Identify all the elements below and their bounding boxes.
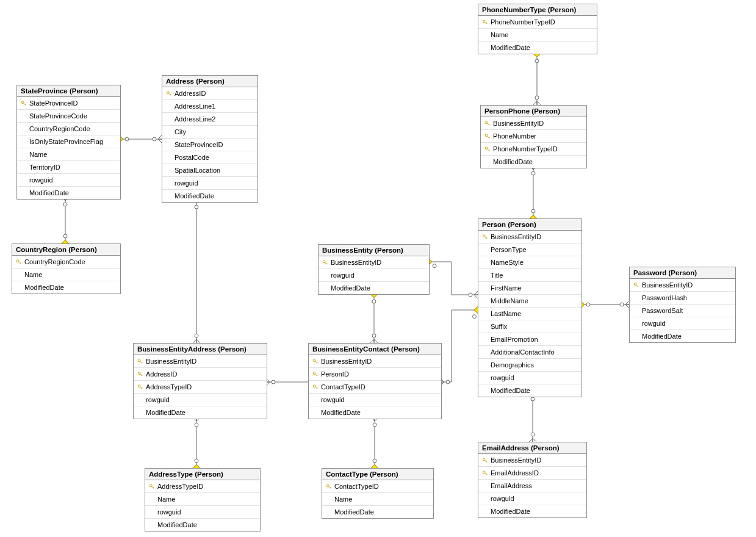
column-row[interactable]: ModifiedDate (162, 190, 257, 202)
column-row[interactable]: rowguid (309, 394, 441, 406)
column-row[interactable]: BusinessEntityID (478, 231, 581, 243)
entity-BusinessEntityAddress[interactable]: BusinessEntityAddress (Person)BusinessEn… (133, 343, 267, 419)
svg-point-36 (138, 359, 140, 362)
column-row[interactable]: BusinessEntityID (478, 454, 586, 467)
column-row[interactable]: ContactTypeID (309, 381, 441, 394)
svg-point-34 (483, 235, 485, 237)
column-row[interactable]: CountryRegionCode (12, 256, 120, 268)
entity-header[interactable]: StateProvince (Person) (17, 85, 120, 97)
entity-header[interactable]: BusinessEntityContact (Person) (309, 344, 441, 355)
entity-header[interactable]: CountryRegion (Person) (12, 244, 120, 256)
column-row[interactable]: StateProvinceCode (17, 110, 120, 123)
column-row[interactable]: MiddleName (478, 295, 581, 308)
column-row[interactable]: PasswordHash (630, 292, 735, 305)
column-row[interactable]: AddressTypeID (145, 480, 260, 493)
column-row[interactable]: AddressID (134, 368, 267, 381)
column-row[interactable]: StateProvinceID (162, 139, 257, 151)
entity-StateProvince[interactable]: StateProvince (Person)StateProvinceIDSta… (16, 85, 121, 200)
entity-header[interactable]: AddressType (Person) (145, 469, 260, 480)
entity-header[interactable]: ContactType (Person) (322, 469, 433, 480)
entity-Password[interactable]: Password (Person)BusinessEntityIDPasswor… (629, 267, 736, 343)
column-row[interactable]: StateProvinceID (17, 97, 120, 110)
column-row[interactable]: BusinessEntityID (481, 117, 586, 130)
entity-header[interactable]: Address (Person) (162, 76, 257, 87)
column-row[interactable]: ModifiedDate (134, 406, 267, 419)
column-row[interactable]: ModifiedDate (478, 41, 597, 54)
column-row[interactable]: City (162, 126, 257, 139)
column-row[interactable]: ContactTypeID (322, 480, 433, 493)
column-row[interactable]: rowguid (134, 394, 267, 406)
column-row[interactable]: rowguid (630, 317, 735, 330)
column-row[interactable]: BusinessEntityID (134, 355, 267, 368)
entity-header[interactable]: BusinessEntityAddress (Person) (134, 344, 267, 355)
column-row[interactable]: ModifiedDate (478, 505, 586, 517)
column-row[interactable]: rowguid (319, 269, 429, 282)
column-row[interactable]: ModifiedDate (481, 156, 586, 168)
column-row[interactable]: rowguid (478, 492, 586, 505)
entity-PhoneNumberType[interactable]: PhoneNumberType (Person)PhoneNumberTypeI… (478, 4, 597, 54)
column-row[interactable]: Name (17, 148, 120, 161)
entity-PersonPhone[interactable]: PersonPhone (Person)BusinessEntityIDPhon… (480, 105, 587, 168)
column-row[interactable]: ModifiedDate (322, 506, 433, 518)
svg-point-8 (195, 205, 198, 209)
column-row[interactable]: PasswordSalt (630, 305, 735, 317)
column-row[interactable]: Name (322, 493, 433, 506)
column-row[interactable]: Title (478, 269, 581, 282)
entity-CountryRegion[interactable]: CountryRegion (Person)CountryRegionCodeN… (12, 243, 121, 294)
column-row[interactable]: rowguid (17, 174, 120, 187)
column-row[interactable]: BusinessEntityID (630, 279, 735, 292)
column-row[interactable]: PhoneNumberTypeID (478, 16, 597, 29)
column-row[interactable]: rowguid (478, 372, 581, 384)
column-row[interactable]: AddressLine1 (162, 100, 257, 113)
column-row[interactable]: Name (12, 268, 120, 281)
entity-Person[interactable]: Person (Person)BusinessEntityIDPersonTyp… (478, 218, 582, 397)
entity-EmailAddress[interactable]: EmailAddress (Person)BusinessEntityIDEma… (478, 442, 587, 518)
column-row[interactable]: BusinessEntityID (309, 355, 441, 368)
column-row[interactable]: PhoneNumberTypeID (481, 143, 586, 156)
column-row[interactable]: ModifiedDate (309, 406, 441, 419)
column-row[interactable]: Name (145, 493, 260, 506)
column-row[interactable]: FirstName (478, 282, 581, 295)
column-row[interactable]: PersonID (309, 368, 441, 381)
column-row[interactable]: EmailAddressID (478, 467, 586, 480)
entity-header[interactable]: BusinessEntity (Person) (319, 245, 429, 256)
column-row[interactable]: TerritoryID (17, 161, 120, 174)
column-row[interactable]: PhoneNumber (481, 130, 586, 143)
column-row[interactable]: Suffix (478, 320, 581, 333)
entity-header[interactable]: PhoneNumberType (Person) (478, 4, 597, 16)
primary-key-icon (16, 259, 22, 265)
column-row[interactable]: CountryRegionCode (17, 123, 120, 135)
column-row[interactable]: ModifiedDate (478, 384, 581, 397)
entity-header[interactable]: EmailAddress (Person) (478, 442, 586, 454)
column-row[interactable]: rowguid (162, 177, 257, 190)
column-row[interactable]: BusinessEntityID (319, 256, 429, 269)
column-row[interactable]: SpatialLocation (162, 164, 257, 177)
entity-header[interactable]: PersonPhone (Person) (481, 106, 586, 117)
column-row[interactable]: AddressTypeID (134, 381, 267, 394)
column-row[interactable]: LastName (478, 308, 581, 320)
column-row[interactable]: EmailPromotion (478, 333, 581, 346)
column-row[interactable]: Demographics (478, 359, 581, 372)
entity-Address[interactable]: Address (Person)AddressIDAddressLine1Add… (162, 75, 258, 203)
column-row[interactable]: Name (478, 29, 597, 41)
entity-header[interactable]: Password (Person) (630, 267, 735, 279)
entity-ContactType[interactable]: ContactType (Person)ContactTypeIDNameMod… (322, 468, 434, 519)
column-row[interactable]: PostalCode (162, 151, 257, 164)
column-row[interactable]: ModifiedDate (17, 187, 120, 199)
column-row[interactable]: IsOnlyStateProvinceFlag (17, 135, 120, 148)
column-row[interactable]: ModifiedDate (145, 519, 260, 531)
column-row[interactable]: ModifiedDate (319, 282, 429, 294)
column-row[interactable]: AdditionalContactInfo (478, 346, 581, 359)
column-row[interactable]: PersonType (478, 243, 581, 256)
entity-BusinessEntity[interactable]: BusinessEntity (Person)BusinessEntityIDr… (318, 244, 430, 295)
column-row[interactable]: AddressID (162, 87, 257, 100)
entity-BusinessEntityContact[interactable]: BusinessEntityContact (Person)BusinessEn… (308, 343, 442, 419)
column-row[interactable]: ModifiedDate (630, 330, 735, 342)
column-row[interactable]: rowguid (145, 506, 260, 519)
entity-header[interactable]: Person (Person) (478, 219, 581, 231)
column-row[interactable]: NameStyle (478, 256, 581, 269)
column-row[interactable]: EmailAddress (478, 480, 586, 492)
column-row[interactable]: ModifiedDate (12, 281, 120, 294)
column-row[interactable]: AddressLine2 (162, 113, 257, 126)
entity-AddressType[interactable]: AddressType (Person)AddressTypeIDNamerow… (145, 468, 261, 532)
